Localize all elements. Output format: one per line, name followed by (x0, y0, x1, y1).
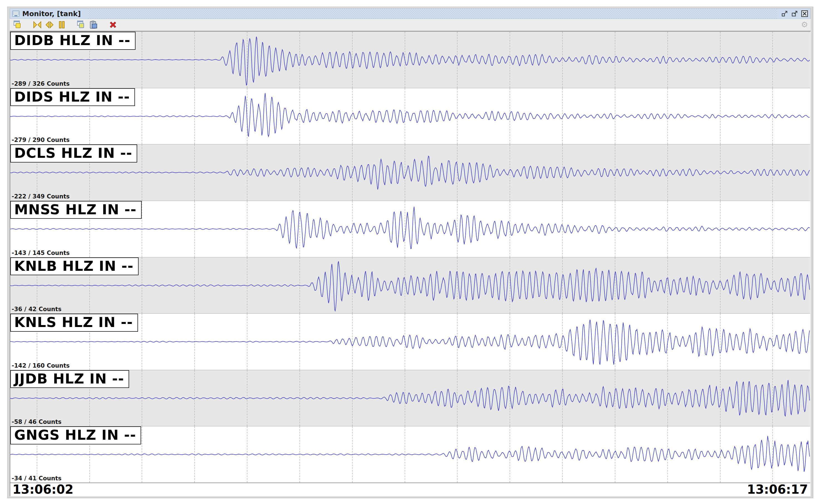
new-monitor-icon[interactable] (13, 20, 23, 30)
station-label[interactable]: KNLB HLZ IN -- (10, 257, 139, 276)
toolbar: ⚙ (10, 19, 811, 31)
throbber-gear-icon: ⚙ (801, 21, 808, 29)
station-label[interactable]: DIDB HLZ IN -- (10, 32, 136, 50)
time-axis-bar: 13:06:02 13:06:17 (10, 483, 810, 496)
window-title: Monitor, [tank] (22, 10, 81, 18)
monitor-window-icon (12, 11, 19, 17)
trace-rows: DIDB HLZ IN -- -289 / 326 Counts DIDS HL… (10, 32, 810, 483)
counts-label: -34 / 41 Counts (12, 475, 62, 482)
station-label[interactable]: DIDS HLZ IN -- (10, 88, 135, 106)
titlebar-left: Monitor, [tank] (10, 9, 88, 19)
titlebar[interactable]: Monitor, [tank] (10, 8, 811, 19)
trace-row[interactable]: GNGS HLZ IN -- -34 / 41 Counts (10, 426, 810, 483)
counts-label: -289 / 326 Counts (12, 80, 70, 87)
compress-time-icon[interactable] (32, 20, 43, 30)
trace-row[interactable]: KNLB HLZ IN -- -36 / 42 Counts (10, 257, 810, 314)
remove-icon[interactable] (108, 20, 118, 30)
trace-row[interactable]: DIDB HLZ IN -- -289 / 326 Counts (10, 32, 810, 88)
counts-label: -279 / 290 Counts (12, 137, 70, 143)
clipboard-icon[interactable] (88, 20, 99, 30)
trace-row[interactable]: KNLS HLZ IN -- -142 / 160 Counts (10, 314, 810, 370)
trace-row[interactable]: DCLS HLZ IN -- -222 / 349 Counts (10, 144, 810, 201)
expand-time-icon[interactable] (44, 20, 55, 30)
station-label[interactable]: KNLS HLZ IN -- (10, 314, 138, 332)
monitor-window: Monitor, [tank] (7, 7, 813, 498)
trace-panel: DIDB HLZ IN -- -289 / 326 Counts DIDS HL… (10, 31, 811, 496)
station-label[interactable]: GNGS HLZ IN -- (10, 426, 141, 444)
station-label[interactable]: JJDB HLZ IN -- (10, 370, 129, 388)
counts-label: -36 / 42 Counts (12, 306, 62, 313)
counts-label: -222 / 349 Counts (12, 193, 70, 200)
trace-row[interactable]: JJDB HLZ IN -- -58 / 46 Counts (10, 370, 810, 427)
start-time: 13:06:02 (13, 483, 73, 496)
counts-label: -142 / 160 Counts (12, 362, 70, 369)
maximize-icon[interactable] (791, 10, 798, 17)
end-time: 13:06:17 (747, 483, 808, 496)
counts-label: -58 / 46 Counts (12, 419, 62, 425)
trace-row[interactable]: DIDS HLZ IN -- -279 / 290 Counts (10, 88, 810, 145)
monitor-settings-icon[interactable] (76, 20, 87, 30)
close-icon[interactable] (801, 10, 808, 17)
counts-label: -143 / 145 Counts (12, 250, 70, 256)
trace-row[interactable]: MNSS HLZ IN -- -143 / 145 Counts (10, 201, 810, 257)
pause-icon[interactable] (56, 20, 67, 30)
station-label[interactable]: MNSS HLZ IN -- (10, 201, 142, 219)
waveform (10, 370, 810, 426)
station-label[interactable]: DCLS HLZ IN -- (10, 144, 137, 163)
restore-icon[interactable] (781, 10, 788, 17)
